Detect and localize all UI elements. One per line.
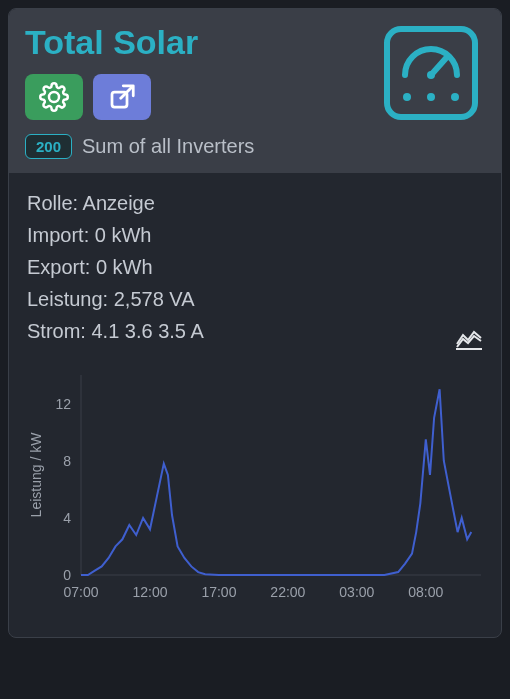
card-subtitle: Sum of all Inverters <box>82 135 254 158</box>
metric-label: Strom: <box>27 320 86 342</box>
metric-value: 0 kWh <box>95 224 152 246</box>
svg-text:4: 4 <box>63 510 71 526</box>
svg-text:03:00: 03:00 <box>339 584 374 600</box>
svg-text:08:00: 08:00 <box>408 584 443 600</box>
svg-text:0: 0 <box>63 567 71 583</box>
badge-row: 200 Sum of all Inverters <box>25 134 485 159</box>
open-button[interactable] <box>93 74 151 120</box>
svg-point-4 <box>427 93 435 101</box>
svg-text:22:00: 22:00 <box>270 584 305 600</box>
metric-label: Export: <box>27 256 90 278</box>
settings-button[interactable] <box>25 74 83 120</box>
card-body: Rolle: Anzeige Import: 0 kWh Export: 0 k… <box>9 173 501 357</box>
metric-value: 0 kWh <box>96 256 153 278</box>
metric-rolle: Rolle: Anzeige <box>27 187 483 219</box>
metric-label: Import: <box>27 224 89 246</box>
device-card: Total Solar <box>8 8 502 638</box>
metric-leistung: Leistung: 2,578 VA <box>27 283 483 315</box>
multiline-chart-icon <box>455 327 483 351</box>
svg-text:12: 12 <box>55 396 71 412</box>
svg-text:8: 8 <box>63 453 71 469</box>
metric-label: Rolle: <box>27 192 78 214</box>
metric-value: Anzeige <box>83 192 155 214</box>
metric-value: 4.1 3.6 3.5 A <box>91 320 203 342</box>
metric-strom: Strom: 4.1 3.6 3.5 A <box>27 315 483 347</box>
chart-area: 0481207:0012:0017:0022:0003:0008:00Leist… <box>9 357 501 637</box>
power-chart[interactable]: 0481207:0012:0017:0022:0003:0008:00Leist… <box>23 365 491 615</box>
dashboard-gauge-icon <box>381 23 481 123</box>
metric-import: Import: 0 kWh <box>27 219 483 251</box>
metric-label: Leistung: <box>27 288 108 310</box>
metric-export: Export: 0 kWh <box>27 251 483 283</box>
svg-text:Leistung / kW: Leistung / kW <box>28 432 44 518</box>
gear-icon <box>39 82 69 112</box>
svg-point-2 <box>427 71 435 79</box>
card-header: Total Solar <box>9 9 501 173</box>
metric-value: 2,578 VA <box>114 288 195 310</box>
svg-text:07:00: 07:00 <box>63 584 98 600</box>
svg-text:17:00: 17:00 <box>201 584 236 600</box>
device-id-badge: 200 <box>25 134 72 159</box>
chart-toggle-button[interactable] <box>455 327 483 351</box>
external-link-icon <box>107 82 137 112</box>
svg-point-5 <box>451 93 459 101</box>
svg-point-3 <box>403 93 411 101</box>
svg-text:12:00: 12:00 <box>132 584 167 600</box>
